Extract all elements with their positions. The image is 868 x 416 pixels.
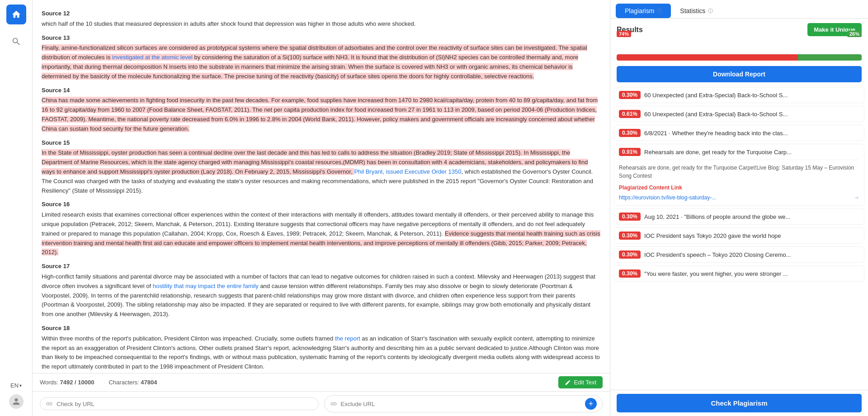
- link-icon-2: [330, 400, 337, 407]
- statistics-info-icon[interactable]: ⓘ: [708, 8, 713, 14]
- exclude-url-input[interactable]: [341, 401, 582, 407]
- right-tabs: Plagiarism ⓘ Statistics ⓘ: [610, 0, 868, 19]
- source-label-13: Source 13: [42, 33, 601, 43]
- result-expanded-content: Rehearsals are done, get ready for the T…: [619, 160, 859, 202]
- check-by-url-wrap: [40, 397, 319, 410]
- plagiarized-link-label: Plagiarized Content Link: [619, 184, 859, 192]
- result-item-top: 0.91% Rehearsals are done, get ready for…: [619, 148, 859, 156]
- source-label-18: Source 18: [42, 324, 601, 333]
- plagiarism-tab[interactable]: Plagiarism ⓘ: [616, 4, 671, 18]
- result-item[interactable]: 0.30% Aug 10, 2021 · "Billions of people…: [614, 208, 864, 225]
- url-bar: +: [33, 391, 610, 416]
- result-title: Rehearsals are done, get ready for the T…: [644, 149, 859, 156]
- result-item[interactable]: 0.30% IOC President says Tokyo 2020 gave…: [614, 227, 864, 244]
- chevron-down-icon: ▾: [19, 383, 22, 388]
- result-pct-badge: 0.61%: [619, 110, 641, 118]
- source-label-17: Source 17: [42, 262, 601, 271]
- plagiarized-url-text[interactable]: https://eurovision.tv/live-blog-saturday…: [619, 194, 716, 202]
- source-text-14: China has made some achievements in figh…: [42, 96, 601, 133]
- progress-labels: 74% 26%: [617, 39, 862, 52]
- source-text-13: Finally, amine-functionalized silicon su…: [42, 43, 601, 81]
- progress-bar-wrap: 74% 26%: [610, 39, 868, 64]
- result-title: IOC President says Tokyo 2020 gave the w…: [644, 232, 859, 239]
- result-item-top: 0.30% 60 Unexpected (and Extra-Special) …: [619, 91, 859, 99]
- source-text-18: Within three months of the report's publ…: [42, 334, 601, 372]
- result-pct-badge: 0.30%: [619, 232, 641, 240]
- exclude-url-add-button[interactable]: +: [585, 398, 597, 410]
- sidebar-search-btn[interactable]: [6, 32, 26, 52]
- unique-bar-fill: [798, 54, 862, 61]
- result-item[interactable]: 0.30% "You were faster, you went higher,…: [614, 265, 864, 282]
- check-by-url-input[interactable]: [57, 401, 313, 407]
- result-title: Aug 10, 2021 · "Billions of people aroun…: [644, 213, 859, 220]
- result-pct-badge: 0.30%: [619, 129, 641, 137]
- result-item-expanded[interactable]: 0.91% Rehearsals are done, get ready for…: [614, 144, 864, 206]
- result-pct-badge: 0.91%: [619, 148, 641, 156]
- bottom-bar: Words: 7492 / 10000 Characters: 47804 Ed…: [33, 373, 610, 391]
- text-area-container[interactable]: Source 12 which half of the 10 studies t…: [33, 0, 610, 373]
- source-label-14: Source 14: [42, 86, 601, 95]
- result-title: "You were faster, you went higher, you w…: [644, 270, 859, 277]
- results-list[interactable]: 0.30% 60 Unexpected (and Extra-Special) …: [610, 87, 868, 390]
- result-title: IOC President's speech – Tokyo 2020 Clos…: [644, 251, 859, 258]
- result-pct-badge: 0.30%: [619, 251, 641, 259]
- plagiarism-bar-fill: [617, 54, 798, 61]
- result-preview-text: Rehearsals are done, get ready for the T…: [619, 164, 859, 180]
- source-label-15: Source 15: [42, 138, 601, 148]
- sidebar-home-btn[interactable]: [6, 5, 26, 24]
- result-item-top: 0.30% IOC President says Tokyo 2020 gave…: [619, 232, 859, 240]
- user-icon: [12, 397, 20, 406]
- language-selector[interactable]: EN ▾: [10, 382, 22, 389]
- plagiarized-url: https://eurovision.tv/live-blog-saturday…: [619, 194, 859, 202]
- unique-pct-label: 26%: [847, 31, 862, 37]
- progress-bar: [617, 54, 862, 61]
- sidebar-bottom: EN ▾: [9, 382, 24, 416]
- result-title: 60 Unexpected (and Extra-Special) Back-t…: [644, 92, 859, 99]
- source-label-16: Source 16: [42, 200, 601, 209]
- statistics-tab[interactable]: Statistics ⓘ: [671, 4, 722, 18]
- link-icon: [46, 400, 53, 407]
- word-count-label: Words: 7492 / 10000: [40, 379, 94, 386]
- exclude-url-wrap: +: [324, 395, 603, 412]
- result-title: 60 Unexpected (and Extra-Special) Back-t…: [644, 111, 859, 118]
- home-icon: [11, 9, 21, 19]
- result-item[interactable]: 0.30% 6/8/2021 · Whether they're heading…: [614, 125, 864, 141]
- result-pct-badge: 0.30%: [619, 213, 641, 221]
- main-content: Source 12 which half of the 10 studies t…: [33, 0, 610, 416]
- result-pct-badge: 0.30%: [619, 91, 641, 99]
- result-item[interactable]: 0.30% IOC President's speech – Tokyo 202…: [614, 246, 864, 263]
- result-item-top: 0.30% Aug 10, 2021 · "Billions of people…: [619, 213, 859, 221]
- result-pct-badge: 0.30%: [619, 269, 641, 278]
- edit-icon: [565, 379, 571, 386]
- result-item-top: 0.30% IOC President's speech – Tokyo 202…: [619, 251, 859, 259]
- right-bottom: Check Plagiarism: [610, 390, 868, 416]
- left-sidebar: EN ▾: [0, 0, 33, 416]
- result-item-top: 0.30% "You were faster, you went higher,…: [619, 269, 859, 278]
- source-text-12: which half of the 10 studies that measur…: [42, 19, 601, 29]
- right-panel: Plagiarism ⓘ Statistics ⓘ Results Make i…: [610, 0, 868, 416]
- source-label-12: Source 12: [42, 9, 601, 19]
- plagiarism-info-icon[interactable]: ⓘ: [657, 8, 662, 14]
- user-avatar[interactable]: [9, 394, 24, 409]
- result-item-top: 0.61% 60 Unexpected (and Extra-Special) …: [619, 110, 859, 118]
- source-text-17: High-conflict family situations and pare…: [42, 272, 601, 319]
- result-item[interactable]: 0.61% 60 Unexpected (and Extra-Special) …: [614, 106, 864, 122]
- result-item-top: 0.30% 6/8/2021 · Whether they're heading…: [619, 129, 859, 137]
- edit-text-button[interactable]: Edit Text: [558, 376, 603, 388]
- plagiarism-pct-label: 74%: [617, 31, 631, 37]
- source-text-16: Limited research exists that examines co…: [42, 210, 601, 257]
- source-text-15: In the State of Mississippi, oyster prod…: [42, 148, 601, 195]
- char-count-label: Characters: 47804: [108, 379, 157, 386]
- result-item[interactable]: 0.30% 60 Unexpected (and Extra-Special) …: [614, 87, 864, 103]
- check-plagiarism-button[interactable]: Check Plagiarism: [617, 394, 862, 412]
- result-title: 6/8/2021 · Whether they're heading back …: [644, 130, 859, 137]
- search-icon: [11, 37, 21, 47]
- arrow-icon: →: [854, 194, 859, 202]
- results-header: Results Make it Unique: [610, 19, 868, 39]
- download-report-button[interactable]: Download Report: [617, 66, 862, 82]
